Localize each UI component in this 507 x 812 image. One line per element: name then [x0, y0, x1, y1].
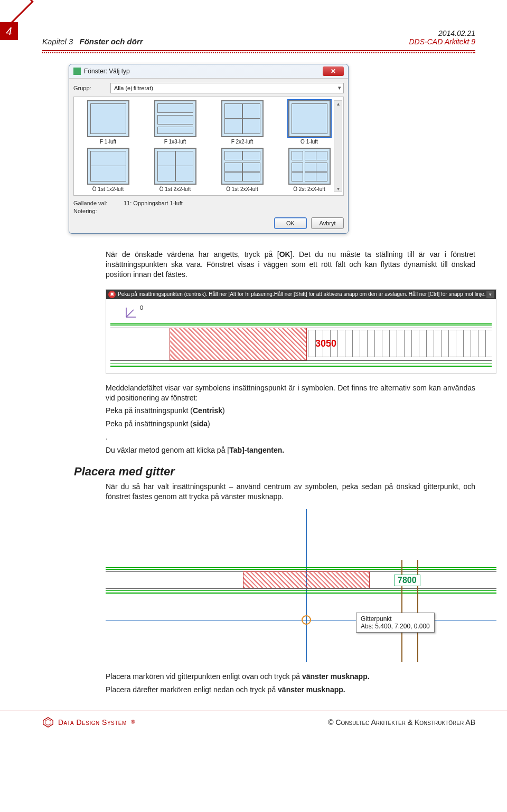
window-type-item[interactable]: Ö 1st 2xX-luft: [210, 148, 274, 192]
window-type-label: Ö 1-luft: [277, 139, 341, 145]
dialog-icon: [73, 68, 81, 75]
grupp-value: Alla (ej filtrerat): [114, 85, 153, 91]
dialog-window-type: Fönster: Välj typ ✕ Grupp: Alla (ej filt…: [69, 64, 349, 234]
paragraph: Meddelandefältet visar var symbolens ins…: [106, 383, 475, 403]
header-product: DDS-CAD Arkitekt 9: [409, 37, 475, 46]
tooltip-gitterpunkt: Gitterpunkt Abs: 5.400, 7.200, 0.000: [356, 613, 435, 633]
window-hatched: [243, 571, 370, 588]
window-type-item[interactable]: F 1x3-luft: [143, 100, 207, 145]
window-type-item[interactable]: Ö 2st 2xX-luft: [277, 148, 341, 192]
window-type-item[interactable]: Ö 1st 2x2-luft: [143, 148, 207, 192]
tooltip-title: Gitterpunkt: [361, 615, 430, 623]
header-date: 2014.02.21: [409, 29, 475, 37]
notering-label: Notering:: [73, 208, 118, 214]
grid-axis-h: [106, 620, 496, 620]
dimension-label: 3050: [315, 338, 336, 349]
window-type-label: Ö 2st 2xX-luft: [277, 186, 341, 192]
svg-marker-4: [45, 719, 51, 725]
grid-scrollbar[interactable]: [334, 100, 342, 192]
figure-wall-insert: ✖ Peka på insättningspunkten (centrisk).…: [106, 289, 496, 374]
window-hatched: [170, 328, 307, 360]
page-footer: Data Design System ® © Consultec Arkitek…: [0, 711, 507, 738]
ok-button[interactable]: OK: [274, 217, 307, 229]
dialog-info: Gällande val: 11: Öppningsbart 1-luft No…: [73, 200, 344, 214]
paragraph: Peka på insättningspunkt (sida): [106, 419, 475, 429]
window-type-item[interactable]: Ö 1st 1x2-luft: [76, 148, 140, 192]
window-type-item[interactable]: Ö 1-luft: [277, 100, 341, 145]
figure-grid-point: 7800 Gitterpunkt Abs: 5.400, 7.200, 0.00…: [106, 509, 496, 662]
paragraph: Placera därefter markören enligt nedan o…: [106, 685, 475, 695]
paragraph: Peka på insättningspunkt (Centrisk): [106, 406, 475, 416]
cancel-button[interactable]: Avbryt: [311, 217, 344, 229]
dialog-title: Fönster: Välj typ: [84, 68, 130, 75]
svg-marker-3: [43, 717, 53, 727]
angle-marker: [124, 305, 138, 319]
gitterpunkt-marker: [302, 615, 311, 625]
paragraph: När du så har valt insättningspunkt – an…: [106, 482, 475, 502]
paragraph: Placera markören vid gitterpunkten enlig…: [106, 672, 475, 682]
brand-reg: ®: [131, 719, 135, 725]
close-icon[interactable]: ✖: [108, 291, 116, 298]
page-header: Kapitel 3 Fönster och dörr 2014.02.21 DD…: [0, 0, 507, 49]
chevron-down-icon[interactable]: ▾: [486, 291, 494, 298]
window-type-item[interactable]: F 2x2-luft: [210, 100, 274, 145]
window-type-grid: F 1-luft F 1x3-luft: [73, 97, 344, 196]
paragraph: När de önskade värdena har angetts, tryc…: [106, 250, 475, 280]
window-type-label: Ö 1st 2x2-luft: [143, 186, 207, 192]
window-type-label: Ö 1st 1x2-luft: [76, 186, 140, 192]
gallande-value: 11: Öppningsbart 1-luft: [124, 200, 183, 206]
grupp-label: Grupp:: [73, 85, 105, 91]
dim-zero: 0: [140, 304, 143, 311]
paragraph: .: [106, 432, 475, 442]
tooltip-abs: Abs: 5.400, 7.200, 0.000: [361, 623, 430, 630]
instruction-text: Peka på insättningspunkten (centrisk). H…: [118, 291, 485, 297]
brand-text: Data Design System: [58, 718, 127, 727]
gallande-label: Gällande val:: [73, 200, 118, 206]
svg-line-2: [126, 310, 134, 317]
dimension-label: 7800: [394, 575, 420, 586]
header-rule: [42, 50, 475, 51]
brand-logo-icon: [42, 717, 54, 728]
window-type-label: F 1-luft: [76, 139, 140, 145]
heading-placera: Placera med gitter: [74, 465, 475, 479]
window-type-item[interactable]: F 1-luft: [76, 100, 140, 145]
window-type-label: Ö 1st 2xX-luft: [210, 186, 274, 192]
chapter-title: Fönster och dörr: [80, 37, 143, 46]
close-button[interactable]: ✕: [323, 66, 344, 76]
paragraph: Du växlar metod genom att klicka på [Tab…: [106, 445, 475, 455]
copyright: © Consultec Arkitekter & Konstruktörer A…: [328, 718, 475, 727]
page-number: 4: [0, 22, 18, 40]
chapter-label: Kapitel 3: [42, 37, 73, 46]
window-type-label: F 2x2-luft: [210, 139, 274, 145]
grupp-combo[interactable]: Alla (ej filtrerat): [110, 83, 344, 93]
window-type-label: F 1x3-luft: [143, 139, 207, 145]
